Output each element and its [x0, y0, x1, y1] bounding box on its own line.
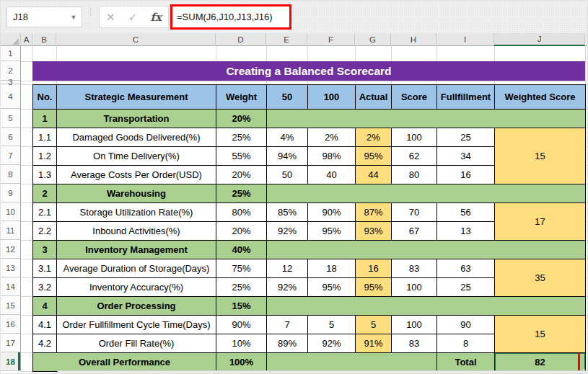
cell[interactable]: 8 — [437, 334, 495, 353]
cell[interactable]: 93% — [356, 222, 392, 241]
cell[interactable]: Damaged Goods Delivered(%) — [57, 128, 216, 147]
select-all-corner[interactable] — [1, 33, 21, 46]
cell[interactable]: Inventory Accuracy(%) — [57, 278, 216, 297]
cell[interactable]: On Time Delivery(%) — [57, 147, 216, 166]
cell[interactable]: 100 — [392, 128, 437, 147]
cell[interactable]: 20% — [216, 166, 267, 184]
cell[interactable]: 95% — [308, 222, 356, 241]
row-header-8[interactable]: 8 — [1, 165, 21, 184]
cell[interactable]: 25% — [216, 184, 267, 203]
cell[interactable]: 95% — [356, 278, 392, 297]
cell[interactable]: 92% — [267, 278, 308, 297]
col-header-F[interactable]: F — [307, 33, 355, 46]
cell[interactable]: 2% — [308, 128, 356, 147]
cell[interactable]: 4% — [267, 128, 308, 147]
cell[interactable]: 67 — [392, 222, 437, 241]
table-header-cell[interactable]: No. — [33, 85, 57, 110]
cell[interactable]: 2 — [33, 184, 57, 203]
cell[interactable]: 20% — [216, 222, 267, 241]
cell[interactable]: 87% — [356, 203, 392, 222]
cell[interactable]: 40 — [308, 166, 356, 184]
cell[interactable]: 16 — [356, 259, 392, 278]
cancel-icon[interactable]: ✕ — [106, 11, 115, 24]
cell[interactable]: Storage Utilization Rate(%) — [57, 203, 216, 222]
cell[interactable]: 50 — [267, 166, 308, 184]
row-header-6[interactable]: 6 — [1, 128, 21, 146]
cell[interactable] — [267, 353, 437, 372]
cell[interactable]: 75% — [216, 259, 267, 278]
cell[interactable]: 56 — [437, 203, 495, 222]
cell[interactable]: 13 — [437, 222, 495, 241]
row-header-10[interactable]: 10 — [1, 202, 21, 221]
table-header-cell[interactable]: Fullfillment — [437, 85, 495, 110]
cell[interactable]: 15% — [216, 297, 267, 316]
cell[interactable]: 40% — [216, 241, 267, 259]
cell[interactable]: 25 — [437, 278, 495, 297]
row-header-12[interactable]: 12 — [1, 240, 21, 259]
col-header-B[interactable]: B — [32, 33, 56, 46]
cell[interactable]: Overall Performance — [33, 353, 216, 372]
cell[interactable] — [267, 241, 586, 259]
cell[interactable]: Order Fullfillment Cycle Time(Days) — [57, 316, 216, 334]
row-header-15[interactable]: 15 — [1, 296, 21, 315]
cell[interactable]: 15 — [495, 128, 586, 184]
row-header-18[interactable]: 18 — [1, 352, 21, 371]
col-header-I[interactable]: I — [436, 33, 494, 46]
cell[interactable]: 2.1 — [33, 203, 57, 222]
cell[interactable]: 80% — [216, 203, 267, 222]
table-header-cell[interactable]: Weighted Score — [495, 85, 586, 110]
cell[interactable]: 91% — [356, 334, 392, 353]
formula-input[interactable]: =SUM(J6,J10,J13,J16) — [170, 4, 291, 30]
cell[interactable]: 18 — [308, 259, 356, 278]
row-header-4[interactable]: 4 — [1, 84, 21, 109]
cell[interactable]: 90% — [308, 203, 356, 222]
cell[interactable]: 55% — [216, 147, 267, 166]
cell[interactable]: 10% — [216, 334, 267, 353]
cell[interactable]: 44 — [356, 166, 392, 184]
cell[interactable]: Inventory Management — [57, 241, 216, 259]
col-header-H[interactable]: H — [391, 33, 436, 46]
cell[interactable]: 100% — [216, 353, 267, 372]
col-header-E[interactable]: E — [266, 33, 307, 46]
row-header-7[interactable]: 7 — [1, 146, 21, 165]
col-header-C[interactable]: C — [56, 33, 216, 46]
cell[interactable]: Transportation — [57, 110, 216, 128]
cell[interactable] — [267, 297, 586, 316]
cell[interactable]: 95% — [308, 278, 356, 297]
cell[interactable]: 1.3 — [33, 166, 57, 184]
cell[interactable]: 1.1 — [33, 128, 57, 147]
cell[interactable]: 16 — [437, 166, 495, 184]
cell[interactable]: Warehousing — [57, 184, 216, 203]
cell[interactable]: 1 — [33, 110, 57, 128]
cell[interactable]: 98% — [308, 147, 356, 166]
cell[interactable]: Average Costs Per Order(USD) — [57, 166, 216, 184]
cell[interactable]: Average Duration of Storage(Days) — [57, 259, 216, 278]
cell[interactable]: 70 — [392, 203, 437, 222]
name-box[interactable]: J18 ▼ — [6, 6, 82, 27]
cell[interactable]: 1.2 — [33, 147, 57, 166]
col-header-D[interactable]: D — [216, 33, 266, 46]
cell[interactable]: 5 — [308, 316, 356, 334]
insert-function-icon[interactable]: fx — [151, 11, 162, 24]
row-header-11[interactable]: 11 — [1, 221, 21, 240]
row-header-14[interactable]: 14 — [1, 277, 21, 296]
cell[interactable]: 83 — [392, 259, 437, 278]
name-box-dropdown-icon[interactable]: ▼ — [66, 14, 82, 21]
table-header-cell[interactable]: Strategic Measurement — [57, 85, 216, 110]
cell[interactable]: 3.1 — [33, 259, 57, 278]
row-header-13[interactable]: 13 — [1, 259, 21, 277]
row-header-5[interactable]: 5 — [1, 109, 21, 128]
cell[interactable]: 2.2 — [33, 222, 57, 241]
cell[interactable]: 100 — [392, 316, 437, 334]
cell[interactable]: 90 — [437, 316, 495, 334]
row-header-16[interactable]: 16 — [1, 315, 21, 334]
cell[interactable]: Total — [437, 353, 495, 372]
cell[interactable]: 62 — [392, 147, 437, 166]
cell[interactable]: 25 — [437, 128, 495, 147]
cell[interactable]: 2% — [356, 128, 392, 147]
cell[interactable]: 7 — [267, 316, 308, 334]
cell[interactable]: 100 — [392, 278, 437, 297]
cell[interactable]: 85% — [267, 203, 308, 222]
cell[interactable]: 4 — [33, 297, 57, 316]
table-header-cell[interactable]: Score — [392, 85, 437, 110]
